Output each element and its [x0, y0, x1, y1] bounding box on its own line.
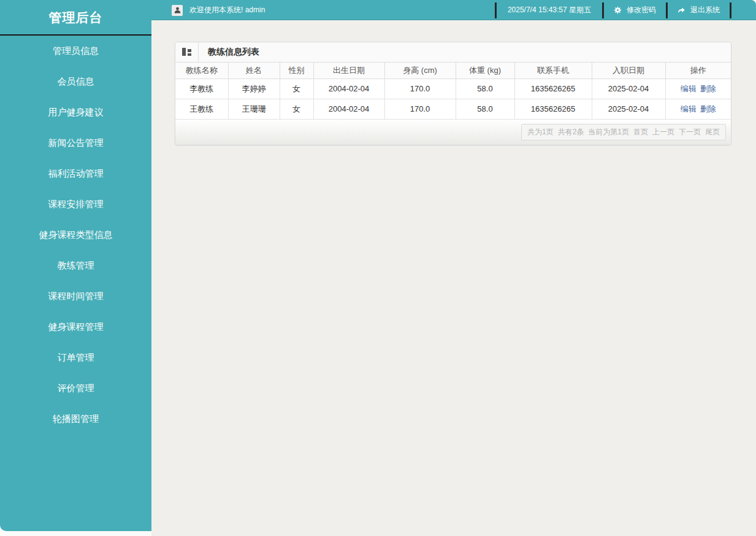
pagination-total-pages: 共为1页 — [527, 127, 554, 137]
pagination-last-page[interactable]: 尾页 — [705, 127, 720, 137]
sidebar-item-news-announcement[interactable]: 新闻公告管理 — [0, 128, 151, 158]
sidebar-item-welfare-activity[interactable]: 福利活动管理 — [0, 158, 151, 189]
pagination-current-page: 当前为第1页 — [588, 127, 629, 137]
cell-hire-date: 2025-02-04 — [592, 99, 665, 119]
panel-footer: 共为1页 共有2条 当前为第1页 首页 上一页 下一页 尾页 — [175, 120, 731, 145]
cell-weight: 58.0 — [456, 78, 514, 99]
logout-label: 退出系统 — [690, 5, 720, 15]
cell-name: 王珊珊 — [228, 99, 280, 119]
col-header-birth: 出生日期 — [313, 63, 384, 78]
topbar-divider — [730, 2, 731, 18]
coach-list-panel: 教练信息列表 教练名称 姓名 性别 出生日期 身高 (cm) — [175, 42, 731, 145]
sidebar-item-review-management[interactable]: 评价管理 — [0, 373, 151, 404]
cell-phone: 1635626265 — [514, 99, 592, 119]
col-header-hire-date: 入职日期 — [592, 63, 665, 78]
topbar-welcome-group: 欢迎使用本系统! admin — [172, 5, 265, 16]
col-header-weight: 体重 (kg) — [456, 63, 514, 78]
table-header-row: 教练名称 姓名 性别 出生日期 身高 (cm) 体重 (kg) 联系手机 入职日… — [175, 63, 731, 78]
cell-height: 170.0 — [384, 78, 456, 99]
pagination-next-page[interactable]: 下一页 — [679, 127, 701, 137]
panel-icon-cell — [175, 42, 199, 62]
col-header-phone: 联系手机 — [514, 63, 592, 78]
change-password-button[interactable]: 修改密码 — [604, 5, 666, 15]
edit-link[interactable]: 编辑 — [681, 84, 697, 93]
blocks-icon — [182, 48, 192, 56]
sidebar-item-coach-management[interactable]: 教练管理 — [0, 250, 151, 281]
sidebar: 管理后台 管理员信息 会员信息 用户健身建议 新闻公告管理 福利活动管理 课程安… — [0, 0, 151, 531]
change-password-label: 修改密码 — [627, 5, 656, 15]
sidebar-item-course-type-info[interactable]: 健身课程类型信息 — [0, 220, 151, 250]
sidebar-item-carousel-management[interactable]: 轮播图管理 — [0, 404, 151, 434]
main-area: 欢迎使用本系统! admin 2025/7/4 15:43:57 星期五 — [151, 0, 756, 536]
gear-icon — [614, 6, 622, 14]
cell-coach: 王教练 — [175, 99, 228, 119]
sidebar-item-member-info[interactable]: 会员信息 — [0, 66, 151, 97]
cell-coach: 李教练 — [175, 78, 228, 99]
pagination-prev-page[interactable]: 上一页 — [652, 127, 674, 137]
sidebar-item-admin-info[interactable]: 管理员信息 — [0, 36, 151, 66]
cell-weight: 58.0 — [456, 99, 514, 119]
welcome-text: 欢迎使用本系统! admin — [189, 5, 265, 15]
cell-actions: 编辑删除 — [665, 99, 731, 119]
sidebar-item-course-schedule[interactable]: 课程安排管理 — [0, 189, 151, 220]
cell-birth: 2004-02-04 — [313, 78, 384, 99]
cell-name: 李婷婷 — [228, 78, 280, 99]
table-row: 李教练 李婷婷 女 2004-02-04 170.0 58.0 16356262… — [175, 78, 731, 99]
col-header-name: 姓名 — [228, 63, 280, 78]
delete-link[interactable]: 删除 — [700, 104, 716, 113]
page: 管理后台 管理员信息 会员信息 用户健身建议 新闻公告管理 福利活动管理 课程安… — [0, 0, 756, 536]
cell-actions: 编辑删除 — [665, 78, 731, 99]
pagination-first-page[interactable]: 首页 — [633, 127, 648, 137]
cell-birth: 2004-02-04 — [313, 99, 384, 119]
user-icon — [172, 5, 183, 16]
col-header-coach: 教练名称 — [175, 63, 228, 78]
sidebar-item-course-time[interactable]: 课程时间管理 — [0, 281, 151, 312]
pagination-total-records: 共有2条 — [558, 127, 584, 137]
pagination: 共为1页 共有2条 当前为第1页 首页 上一页 下一页 尾页 — [521, 124, 726, 140]
coach-table: 教练名称 姓名 性别 出生日期 身高 (cm) 体重 (kg) 联系手机 入职日… — [175, 63, 731, 120]
logout-button[interactable]: 退出系统 — [668, 5, 730, 15]
cell-hire-date: 2025-02-04 — [592, 78, 665, 99]
table-row: 王教练 王珊珊 女 2004-02-04 170.0 58.0 16356262… — [175, 99, 731, 119]
logout-arrow-icon — [678, 6, 685, 14]
panel-header: 教练信息列表 — [175, 42, 731, 63]
panel-title: 教练信息列表 — [199, 42, 259, 62]
col-header-height: 身高 (cm) — [384, 63, 456, 78]
sidebar-item-order-management[interactable]: 订单管理 — [0, 342, 151, 373]
cell-gender: 女 — [280, 99, 313, 119]
cell-phone: 1635626265 — [514, 78, 592, 99]
col-header-actions: 操作 — [665, 63, 731, 78]
app-title: 管理后台 — [0, 0, 151, 36]
col-header-gender: 性别 — [280, 63, 313, 78]
cell-gender: 女 — [280, 78, 313, 99]
sidebar-nav: 管理员信息 会员信息 用户健身建议 新闻公告管理 福利活动管理 课程安排管理 健… — [0, 36, 151, 434]
topbar: 欢迎使用本系统! admin 2025/7/4 15:43:57 星期五 — [151, 0, 756, 20]
sidebar-item-user-fitness-advice[interactable]: 用户健身建议 — [0, 97, 151, 128]
topbar-actions: 2025/7/4 15:43:57 星期五 修改密码 — [495, 2, 731, 18]
sidebar-item-fitness-course[interactable]: 健身课程管理 — [0, 312, 151, 342]
cell-height: 170.0 — [384, 99, 456, 119]
content-area: 教练信息列表 教练名称 姓名 性别 出生日期 身高 (cm) — [151, 20, 756, 536]
edit-link[interactable]: 编辑 — [681, 104, 697, 113]
delete-link[interactable]: 删除 — [700, 84, 716, 93]
datetime-text: 2025/7/4 15:43:57 星期五 — [497, 5, 602, 15]
